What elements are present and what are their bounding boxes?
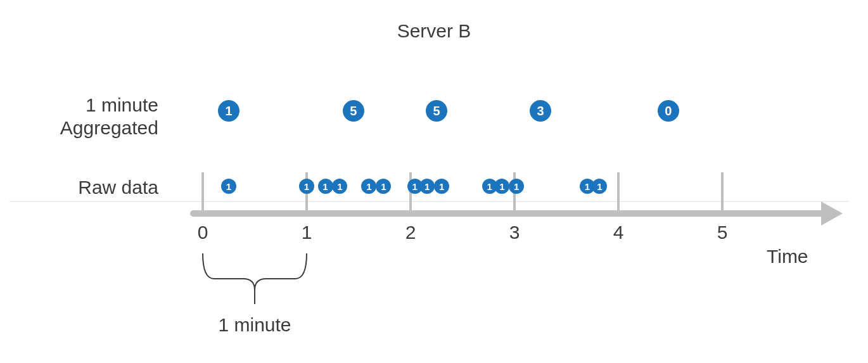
interval-bracket-icon bbox=[0, 0, 868, 363]
interval-bracket-label: 1 minute bbox=[204, 314, 305, 336]
